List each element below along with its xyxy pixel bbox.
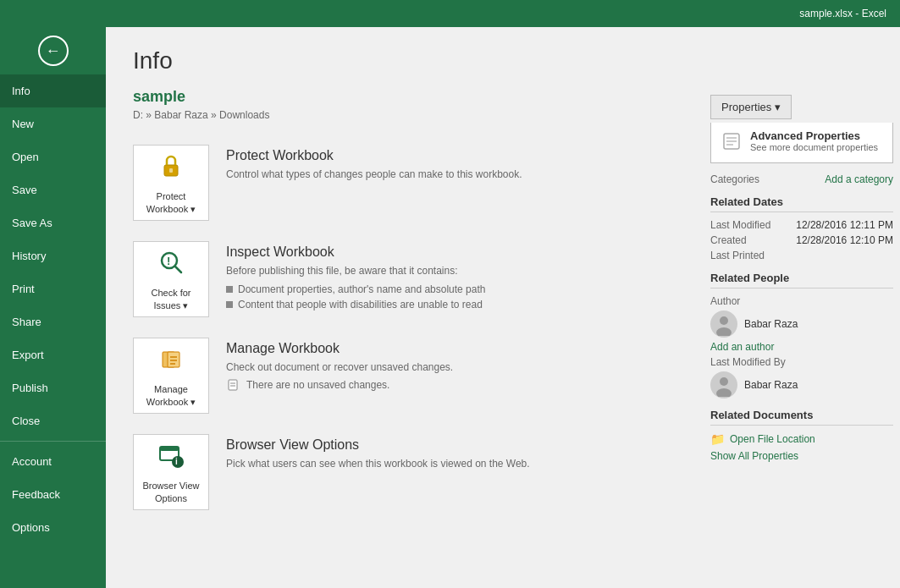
sidebar-divider xyxy=(0,441,106,442)
sidebar-item-history[interactable]: History xyxy=(0,239,106,272)
properties-button[interactable]: Properties ▾ xyxy=(710,95,792,119)
sidebar-item-print[interactable]: Print xyxy=(0,272,106,305)
inspect-card-content: Inspect Workbook Before publishing this … xyxy=(226,241,670,312)
inspect-card-title: Inspect Workbook xyxy=(226,245,670,260)
last-printed-label: Last Printed xyxy=(710,250,765,261)
svg-rect-6 xyxy=(168,352,179,367)
sidebar-item-options[interactable]: Options xyxy=(0,511,106,544)
open-file-location-row: 📁 Open File Location xyxy=(710,432,893,446)
related-people-title: Related People xyxy=(710,272,893,289)
author-label: Author xyxy=(710,295,740,307)
categories-section: Categories Add a category xyxy=(710,173,893,185)
protect-icon-label: ProtectWorkbook ▾ xyxy=(146,190,196,215)
inspect-bullet-2: Content that people with disabilities ar… xyxy=(226,297,670,312)
bullet-square-1 xyxy=(226,286,233,293)
related-dates-section: Related Dates Last Modified 12/28/2016 1… xyxy=(710,195,893,261)
author-label-row: Author xyxy=(710,295,893,307)
author-name: Babar Raza xyxy=(744,318,798,330)
protect-card-title: Protect Workbook xyxy=(226,148,670,163)
svg-text:i: i xyxy=(175,457,178,466)
sidebar: ← Info New Open Save Save As History Pri… xyxy=(0,27,106,588)
inspect-workbook-button[interactable]: ! Check forIssues ▾ xyxy=(133,241,209,317)
svg-point-21 xyxy=(720,316,728,325)
back-circle-icon: ← xyxy=(38,36,69,66)
browser-view-button[interactable]: i Browser ViewOptions xyxy=(133,434,209,510)
properties-label: Properties ▾ xyxy=(721,101,781,113)
svg-point-22 xyxy=(716,327,732,336)
inspect-bullets: Document properties, author's name and a… xyxy=(226,282,670,312)
add-author-row: Add an author xyxy=(710,341,893,353)
browser-icon-label: Browser ViewOptions xyxy=(142,480,199,504)
last-modified-by-label-row: Last Modified By xyxy=(710,356,893,368)
sidebar-item-open[interactable]: Open xyxy=(0,140,106,173)
manage-icon xyxy=(156,343,186,380)
inspect-icon: ! xyxy=(156,247,186,283)
sidebar-item-feedback[interactable]: Feedback xyxy=(0,478,106,511)
svg-rect-10 xyxy=(229,380,237,390)
title-text: sample.xlsx - Excel xyxy=(799,8,886,19)
last-printed-row: Last Printed xyxy=(710,250,893,261)
open-file-location-link[interactable]: Open File Location xyxy=(730,433,815,445)
manage-card-note: There are no unsaved changes. xyxy=(226,378,670,392)
browser-card-title: Browser View Options xyxy=(226,437,670,453)
protect-workbook-button[interactable]: ProtectWorkbook ▾ xyxy=(133,145,209,221)
sidebar-item-export[interactable]: Export xyxy=(0,338,106,371)
created-label: Created xyxy=(710,234,747,246)
svg-text:!: ! xyxy=(167,255,170,267)
sidebar-item-publish[interactable]: Publish xyxy=(0,371,106,404)
manage-workbook-button[interactable]: ManageWorkbook ▾ xyxy=(133,338,209,414)
manage-workbook-card: ManageWorkbook ▾ Manage Workbook Check o… xyxy=(133,331,670,420)
sidebar-item-close[interactable]: Close xyxy=(0,404,106,437)
last-modified-value: 12/28/2016 12:11 PM xyxy=(796,219,893,231)
folder-icon: 📁 xyxy=(710,432,725,446)
file-path: D: » Babar Raza » Downloads xyxy=(133,109,670,121)
bullet-square-2 xyxy=(226,301,233,308)
sidebar-item-share[interactable]: Share xyxy=(0,305,106,338)
sidebar-item-save[interactable]: Save xyxy=(0,173,106,206)
inspect-card-desc: Before publishing this file, be aware th… xyxy=(226,265,670,277)
sidebar-item-new[interactable]: New xyxy=(0,107,106,140)
last-modified-row: Last Modified 12/28/2016 12:11 PM xyxy=(710,219,893,231)
manage-card-title: Manage Workbook xyxy=(226,341,670,356)
protect-icon xyxy=(156,151,186,187)
manage-card-desc: Check out document or recover unsaved ch… xyxy=(226,361,670,373)
adv-properties-content: Advanced Properties See more document pr… xyxy=(750,129,878,152)
browser-icon: i xyxy=(156,440,186,476)
last-modified-label: Last Modified xyxy=(710,219,770,231)
back-button[interactable]: ← xyxy=(0,27,106,74)
browser-view-card: i Browser ViewOptions Browser View Optio… xyxy=(133,427,670,517)
sidebar-item-save-as[interactable]: Save As xyxy=(0,206,106,239)
title-bar: sample.xlsx - Excel xyxy=(0,0,900,27)
svg-rect-14 xyxy=(160,447,179,451)
browser-card-desc: Pick what users can see when this workbo… xyxy=(226,458,670,470)
show-all-properties-link[interactable]: Show All Properties xyxy=(710,450,798,462)
right-panel: Properties ▾ Advanced Properties xyxy=(697,27,900,588)
manage-card-content: Manage Workbook Check out document or re… xyxy=(226,338,670,392)
categories-row: Categories Add a category xyxy=(710,173,893,185)
categories-label: Categories xyxy=(710,173,759,185)
inspect-workbook-card: ! Check forIssues ▾ Inspect Workbook Bef… xyxy=(133,234,670,324)
protect-card-desc: Control what types of changes people can… xyxy=(226,168,670,180)
last-modified-by-label: Last Modified By xyxy=(710,356,786,368)
adv-properties-icon xyxy=(721,131,742,156)
protect-workbook-card: ProtectWorkbook ▾ Protect Workbook Contr… xyxy=(133,138,670,228)
file-name: sample xyxy=(133,88,670,106)
inspect-bullet-1: Document properties, author's name and a… xyxy=(226,282,670,297)
main-content: Info sample D: » Babar Raza » Downloads … xyxy=(106,27,697,588)
related-docs-title: Related Documents xyxy=(710,409,893,426)
created-value: 12/28/2016 12:10 PM xyxy=(796,234,893,246)
last-modified-by-person-row: Babar Raza xyxy=(710,371,893,398)
manage-icon-label: ManageWorkbook ▾ xyxy=(146,383,196,408)
adv-title: Advanced Properties xyxy=(750,129,878,142)
app-layout: ← Info New Open Save Save As History Pri… xyxy=(0,27,900,588)
sidebar-item-account[interactable]: Account xyxy=(0,445,106,478)
advanced-properties-dropdown[interactable]: Advanced Properties See more document pr… xyxy=(710,123,893,163)
show-all-properties-row: Show All Properties xyxy=(710,449,893,462)
add-category-link[interactable]: Add a category xyxy=(825,173,893,185)
related-dates-title: Related Dates xyxy=(710,195,893,212)
add-author-link[interactable]: Add an author xyxy=(710,341,774,353)
related-people-section: Related People Author Babar Raza Add an … xyxy=(710,272,893,398)
adv-desc: See more document properties xyxy=(750,142,878,152)
sidebar-item-info[interactable]: Info xyxy=(0,74,106,107)
svg-line-3 xyxy=(175,267,181,272)
